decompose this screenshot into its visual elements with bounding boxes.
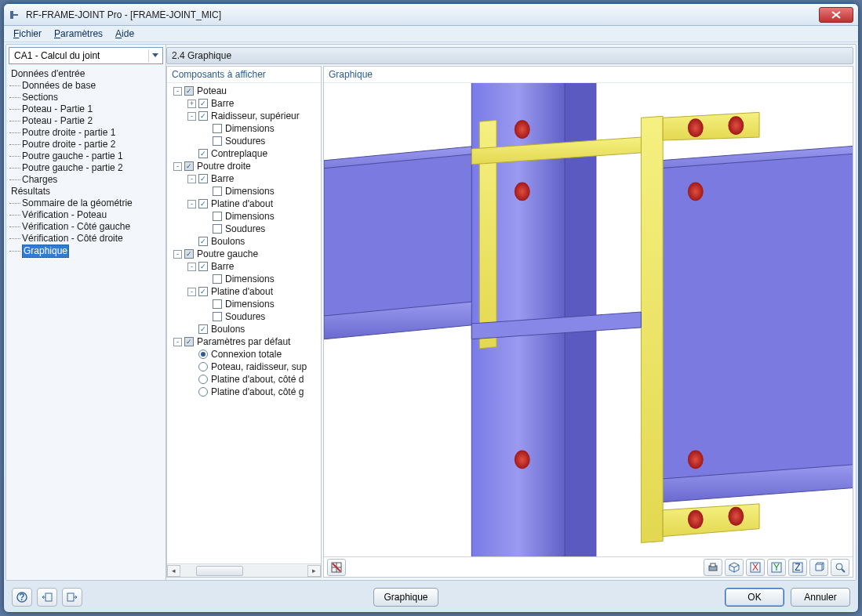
- expander-icon[interactable]: -: [173, 162, 182, 171]
- tree-node[interactable]: -✓Platine d'about: [169, 285, 319, 298]
- checkbox[interactable]: ✓: [198, 174, 208, 183]
- checkbox[interactable]: ✓: [184, 337, 194, 346]
- h-scrollbar[interactable]: ◂ ▸: [167, 563, 321, 577]
- cancel-button[interactable]: Annuler: [791, 588, 850, 607]
- tree-node[interactable]: -✓Poutre gauche: [169, 248, 319, 260]
- checkbox[interactable]: [213, 187, 222, 196]
- tree-node[interactable]: -✓Barre: [169, 172, 319, 185]
- tree-node[interactable]: ✓Boulons: [169, 323, 319, 335]
- tree-node[interactable]: Soudures: [169, 223, 319, 235]
- tree-node[interactable]: -✓Platine d'about: [169, 197, 319, 210]
- nav-item[interactable]: Poutre droite - partie 2: [9, 139, 165, 150]
- tree-node[interactable]: Dimensions: [169, 185, 319, 197]
- nav-item[interactable]: Charges: [9, 174, 165, 186]
- tree-node[interactable]: -✓Barre: [169, 260, 319, 273]
- prev-table-button[interactable]: [37, 588, 57, 607]
- nav-item[interactable]: Poteau - Partie 1: [9, 103, 165, 115]
- case-select[interactable]: CA1 - Calcul du joint: [9, 47, 163, 64]
- tree-node[interactable]: ✓Contreplaque: [169, 147, 319, 160]
- tree-node[interactable]: -✓Poutre droite: [169, 160, 319, 172]
- grid-red-icon[interactable]: [327, 559, 346, 576]
- nav-item[interactable]: Poteau - Partie 2: [9, 115, 165, 127]
- expander-icon[interactable]: -: [187, 288, 196, 296]
- nav-item[interactable]: Vérification - Côté droite: [9, 233, 165, 245]
- zoom-extent-icon[interactable]: [831, 559, 849, 576]
- scroll-track[interactable]: [180, 565, 307, 577]
- menu-file[interactable]: Fichier: [9, 27, 46, 41]
- checkbox[interactable]: [213, 124, 222, 133]
- nav-item[interactable]: Poutre gauche - partie 1: [9, 150, 165, 162]
- view-x-icon[interactable]: X: [746, 559, 765, 576]
- checkbox[interactable]: ✓: [184, 86, 194, 96]
- checkbox[interactable]: ✓: [198, 324, 208, 334]
- radio[interactable]: [198, 387, 208, 397]
- tree-node[interactable]: ✓Boulons: [169, 235, 319, 248]
- checkbox[interactable]: [213, 136, 222, 146]
- radio[interactable]: [198, 375, 208, 384]
- checkbox[interactable]: ✓: [198, 99, 208, 108]
- tree-node[interactable]: -✓Raidisseur, supérieur: [169, 110, 319, 122]
- nav-item[interactable]: Poutre droite - partie 1: [9, 127, 165, 139]
- view-z-icon[interactable]: Z: [788, 559, 807, 576]
- checkbox[interactable]: [213, 299, 222, 309]
- radio[interactable]: [198, 362, 208, 371]
- next-table-button[interactable]: [62, 588, 82, 607]
- tree-node[interactable]: Connexion totale: [169, 348, 319, 361]
- expander-icon[interactable]: -: [173, 250, 182, 259]
- expander-icon[interactable]: -: [187, 263, 196, 271]
- tree-node[interactable]: Soudures: [169, 135, 319, 147]
- graphic-viewport[interactable]: [324, 83, 853, 556]
- scroll-thumb[interactable]: [196, 566, 243, 576]
- components-tree[interactable]: -✓Poteau+✓Barre-✓Raidisseur, supérieurDi…: [167, 83, 321, 563]
- expander-icon[interactable]: -: [173, 338, 182, 346]
- radio[interactable]: [198, 350, 208, 359]
- expander-icon[interactable]: -: [187, 112, 196, 121]
- tree-node[interactable]: Platine d'about, côté g: [169, 386, 319, 398]
- checkbox[interactable]: ✓: [198, 111, 208, 121]
- tree-node[interactable]: Poteau, raidisseur, sup: [169, 361, 319, 373]
- tree-node[interactable]: +✓Barre: [169, 97, 319, 110]
- checkbox[interactable]: ✓: [198, 237, 208, 246]
- menu-help[interactable]: Aide: [111, 27, 139, 41]
- scroll-right-button[interactable]: ▸: [307, 565, 321, 577]
- nav-item[interactable]: Sommaire de la géométrie: [9, 197, 165, 209]
- iso-icon[interactable]: [725, 559, 744, 576]
- nav-item[interactable]: Graphique: [9, 245, 165, 258]
- nav-item[interactable]: Poutre gauche - partie 2: [9, 162, 165, 174]
- checkbox[interactable]: [213, 274, 222, 284]
- tree-node[interactable]: Dimensions: [169, 273, 319, 285]
- checkbox[interactable]: ✓: [198, 149, 208, 158]
- checkbox[interactable]: ✓: [184, 161, 194, 171]
- scroll-left-button[interactable]: ◂: [167, 565, 180, 577]
- checkbox[interactable]: [213, 212, 222, 221]
- ok-button[interactable]: OK: [725, 588, 784, 607]
- tree-node[interactable]: -✓Poteau: [169, 85, 319, 97]
- nav-item[interactable]: Vérification - Côté gauche: [9, 221, 165, 233]
- expander-icon[interactable]: -: [187, 200, 196, 208]
- view-y-icon[interactable]: Y: [767, 559, 786, 576]
- tree-node[interactable]: Soudures: [169, 310, 319, 323]
- tree-node[interactable]: Dimensions: [169, 298, 319, 310]
- help-button[interactable]: ?: [12, 588, 32, 607]
- nav-item[interactable]: Vérification - Poteau: [9, 209, 165, 221]
- graphic-button[interactable]: Graphique: [373, 588, 438, 607]
- nav-item[interactable]: Données de base: [9, 80, 165, 92]
- expander-icon[interactable]: +: [187, 100, 196, 108]
- window-close-button[interactable]: [819, 7, 853, 23]
- checkbox[interactable]: ✓: [198, 262, 208, 271]
- checkbox[interactable]: ✓: [184, 249, 194, 259]
- checkbox[interactable]: ✓: [198, 199, 208, 208]
- menu-parameters[interactable]: Paramètres: [49, 27, 107, 41]
- nav-item[interactable]: Sections: [9, 92, 165, 103]
- cube-icon[interactable]: [809, 559, 828, 576]
- print-icon[interactable]: [704, 559, 722, 576]
- navigator-tree[interactable]: Données d'entréeDonnées de baseSectionsP…: [6, 67, 165, 580]
- tree-node[interactable]: Dimensions: [169, 122, 319, 135]
- tree-node[interactable]: Dimensions: [169, 210, 319, 223]
- expander-icon[interactable]: -: [173, 87, 182, 96]
- checkbox[interactable]: ✓: [198, 287, 208, 296]
- tree-node[interactable]: -✓Paramètres par défaut: [169, 335, 319, 348]
- checkbox[interactable]: [213, 224, 222, 234]
- expander-icon[interactable]: -: [187, 175, 196, 183]
- checkbox[interactable]: [213, 312, 222, 321]
